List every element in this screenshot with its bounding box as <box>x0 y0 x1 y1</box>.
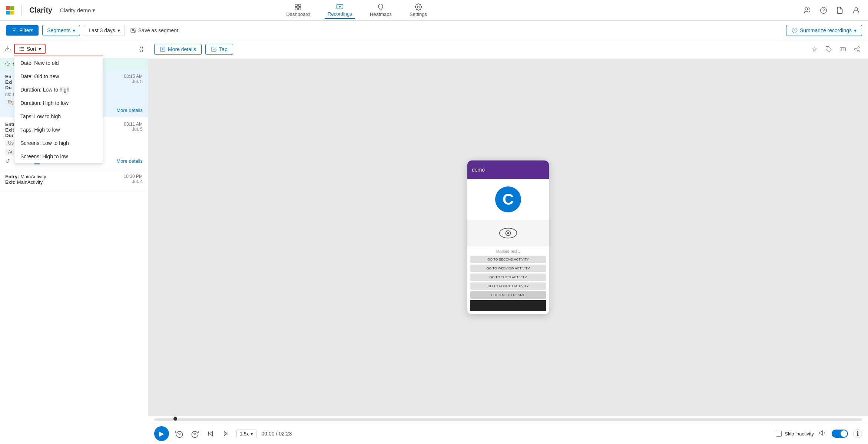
card-info: Entry: MainActivity Exit: MainActivity <box>5 174 46 185</box>
sort-option-duration-high[interactable]: Duration: High to low <box>14 96 103 110</box>
speed-selector[interactable]: 1.5x ▾ <box>236 430 256 438</box>
nav-divider <box>21 5 22 16</box>
more-details-link[interactable]: More details <box>116 107 143 113</box>
nav-dashboard-label: Dashboard <box>286 11 310 17</box>
tag-icon[interactable] <box>824 44 834 54</box>
microsoft-logo <box>6 6 14 14</box>
svg-line-39 <box>856 48 858 49</box>
phone-btn-third: GO TO THIRD ACTIVITY <box>470 274 546 281</box>
phone-logo-area: C <box>467 179 549 220</box>
notifications-icon[interactable] <box>834 4 846 16</box>
sort-option-taps-high[interactable]: Taps: High to low <box>14 123 103 136</box>
card-time: 03:15 AM Jul. 5 <box>124 74 143 90</box>
svg-marker-26 <box>5 62 10 66</box>
svg-point-37 <box>858 50 859 52</box>
bookmark-icon[interactable]: ☆ <box>809 44 820 54</box>
svg-marker-45 <box>210 431 213 436</box>
card-time: 10:30 PM Jul. 4 <box>124 174 143 184</box>
date-chevron-icon: ▾ <box>117 27 120 33</box>
mask-icon[interactable] <box>838 44 848 54</box>
sort-option-date-old[interactable]: Date: Old to new <box>14 70 103 83</box>
nav-right <box>801 4 862 16</box>
toggle-track[interactable] <box>832 430 848 438</box>
phone-btn-webview: GO TO WEBVIEW ACTIVITY <box>470 265 546 272</box>
share-recording-icon[interactable] <box>852 44 862 54</box>
playback-controls: ▶ 10 30 1.5x ▾ 00:00 / 02:23 <box>148 423 868 444</box>
more-details-button[interactable]: More details <box>154 44 202 55</box>
sort-option-taps-low[interactable]: Taps: Low to high <box>14 110 103 123</box>
phone-btn-second: GO TO SECOND ACTIVITY <box>470 256 546 263</box>
save-segment-button[interactable]: Save as segment <box>130 27 178 33</box>
phone-mockup: demo C Masked Text 1 <box>467 160 549 314</box>
timeline-playhead[interactable] <box>173 417 177 421</box>
filters-button[interactable]: Filters <box>6 25 39 36</box>
player-toolbar-right: ☆ <box>809 44 862 54</box>
sort-option-date-new[interactable]: Date: New to old <box>14 56 103 70</box>
summarize-label: Summarize recordings <box>800 27 852 33</box>
nav-item-dashboard[interactable]: Dashboard <box>283 2 313 19</box>
skip-inactivity-area: Skip inactivity <box>776 431 814 437</box>
time-display: 00:00 / 02:23 <box>262 431 292 437</box>
phone-content: Masked Text 1 GO TO SECOND ACTIVITY GO T… <box>467 246 549 314</box>
sort-option-screens-low[interactable]: Screens: Low to high <box>14 136 103 150</box>
toggle-thumb <box>841 430 847 437</box>
date-range-button[interactable]: Last 3 days ▾ <box>84 25 125 36</box>
project-selector[interactable]: Clarity demo ▾ <box>60 7 95 14</box>
tap-button[interactable]: Tap <box>205 44 233 55</box>
skip-inactivity-checkbox[interactable] <box>776 431 782 437</box>
sort-option-duration-low[interactable]: Duration: Low to high <box>14 83 103 96</box>
play-button[interactable]: ▶ <box>154 426 169 441</box>
user-avatar[interactable] <box>850 4 862 16</box>
segments-chevron-icon: ▾ <box>73 27 75 33</box>
svg-text:30: 30 <box>193 433 196 435</box>
replay-icon[interactable]: ↺ <box>5 158 10 165</box>
segments-button[interactable]: Segments ▾ <box>42 25 80 36</box>
download-icon[interactable] <box>4 45 11 53</box>
toggle-switch[interactable] <box>832 430 848 438</box>
forward-30-icon[interactable]: 30 <box>190 428 200 439</box>
more-details-link[interactable]: More details <box>116 158 143 164</box>
svg-rect-2 <box>6 11 10 14</box>
tap-label: Tap <box>219 46 228 52</box>
card-header: Entry: MainActivity Exit: MainActivity 1… <box>5 174 143 185</box>
nav-item-heatmaps[interactable]: Heatmaps <box>367 2 395 19</box>
svg-rect-0 <box>6 6 10 10</box>
sort-option-screens-high[interactable]: Screens: High to low <box>14 150 103 163</box>
step-back-icon[interactable] <box>205 428 216 439</box>
video-area: demo C Masked Text 1 <box>148 59 868 416</box>
phone-demo-text: demo <box>472 167 485 173</box>
rewind-10-icon[interactable]: 10 <box>174 428 185 439</box>
svg-rect-1 <box>10 6 14 10</box>
volume-icon[interactable] <box>819 429 826 438</box>
filters-label: Filters <box>19 27 33 33</box>
help-icon[interactable] <box>818 4 829 16</box>
svg-marker-9 <box>339 6 341 8</box>
main-layout: Sort ▾ Date: New to old Date: Old to new… <box>0 40 868 444</box>
skip-inactivity-label: Skip inactivity <box>785 431 814 437</box>
svg-rect-4 <box>295 4 298 7</box>
current-time: 00:00 <box>262 431 275 437</box>
nav-item-settings[interactable]: Settings <box>407 2 430 19</box>
project-name: Clarity demo <box>60 7 91 13</box>
nav-recordings-label: Recordings <box>328 11 352 17</box>
collapse-panel-button[interactable]: ⟨⟨ <box>139 46 143 53</box>
sort-dropdown: Date: New to old Date: Old to new Durati… <box>14 56 103 163</box>
list-header: Sort ▾ Date: New to old Date: Old to new… <box>0 40 148 58</box>
recording-card[interactable]: Entry: MainActivity Exit: MainActivity 1… <box>0 169 148 191</box>
svg-rect-6 <box>295 8 298 10</box>
nav-item-recordings[interactable]: Recordings <box>325 1 355 19</box>
share-users-icon[interactable] <box>801 4 813 16</box>
player-panel: More details Tap ☆ <box>148 40 868 444</box>
recordings-list-panel: Sort ▾ Date: New to old Date: Old to new… <box>0 40 148 444</box>
speed-chevron-icon: ▾ <box>251 431 253 437</box>
phone-btn-resize: CLICK ME TO RESIZE <box>470 291 546 299</box>
phone-eye-area <box>467 220 549 246</box>
timeline-track[interactable]: ▼ <box>154 418 862 421</box>
info-icon[interactable]: ℹ <box>853 429 862 438</box>
filter-toolbar: Filters Segments ▾ Last 3 days ▾ Save as… <box>0 21 868 40</box>
sort-chevron-icon: ▾ <box>39 46 41 52</box>
summarize-recordings-button[interactable]: Summarize recordings ▾ <box>786 25 862 36</box>
save-segment-label: Save as segment <box>138 27 178 33</box>
sort-button[interactable]: Sort ▾ <box>14 44 46 54</box>
step-forward-icon[interactable] <box>221 428 231 439</box>
